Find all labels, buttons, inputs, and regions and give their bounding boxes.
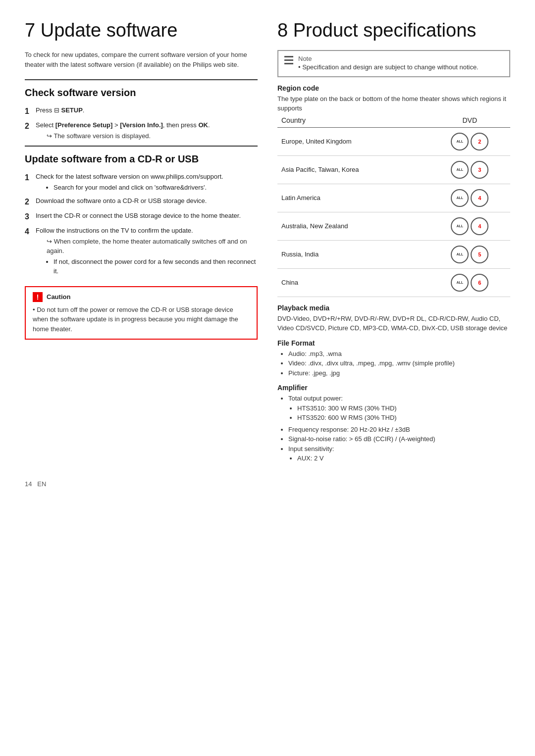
file-format-list: Audio: .mp3, .wmaVideo: .divx, .divx ult…: [277, 349, 510, 378]
note-label: Note: [298, 55, 312, 62]
check-version-steps: 1 Press ⊟ SETUP. 2 Select [Preference Se…: [25, 105, 258, 141]
list-item: Picture: .jpeg, .jpg: [288, 368, 510, 378]
table-row: Australia, New ZealandALL4: [277, 212, 510, 240]
playback-media-label: Playback media: [277, 304, 510, 312]
list-item: Audio: .mp3, .wma: [288, 349, 510, 359]
dvd-cell: ALL2: [429, 127, 510, 155]
intro-text: To check for new updates, compare the cu…: [25, 50, 258, 69]
dvd-badge-all: ALL: [451, 133, 469, 151]
note-icon: [284, 56, 293, 65]
list-item: AUX: 2 V: [297, 454, 510, 463]
country-cell: Russia, India: [277, 240, 429, 268]
list-item: HTS3510: 300 W RMS (30% THD): [297, 403, 510, 413]
country-cell: Australia, New Zealand: [277, 212, 429, 240]
country-cell: Asia Pacific, Taiwan, Korea: [277, 155, 429, 184]
list-item: HTS3520: 600 W RMS (30% THD): [297, 413, 510, 423]
table-row: Latin AmericaALL4: [277, 184, 510, 212]
playback-media-section: Playback media DVD-Video, DVD+R/+RW, DVD…: [277, 304, 510, 333]
file-format-section: File Format Audio: .mp3, .wmaVideo: .div…: [277, 339, 510, 378]
caution-label: Caution: [47, 293, 70, 301]
table-row: ChinaALL6: [277, 268, 510, 297]
check-step-1: 1 Press ⊟ SETUP.: [25, 105, 258, 117]
country-cell: Europe, United Kingdom: [277, 127, 429, 155]
check-version-title: Check software version: [25, 87, 258, 99]
left-column: 7 Update software To check for new updat…: [25, 20, 258, 465]
right-column: 8 Product specifications Note • Specific…: [277, 20, 510, 465]
table-row: Asia Pacific, Taiwan, KoreaALL3: [277, 155, 510, 184]
dvd-badge-num: 6: [471, 274, 488, 292]
update-step-4: 4 Follow the instructions on the TV to c…: [25, 226, 258, 277]
caution-text: • Do not turn off the power or remove th…: [33, 305, 250, 334]
amplifier-list: Total output power:HTS3510: 300 W RMS (3…: [277, 394, 510, 463]
list-item: Frequency response: 20 Hz-20 kHz / ±3dB: [288, 425, 510, 435]
dvd-badge-num: 2: [471, 133, 488, 151]
dvd-badge-all: ALL: [451, 246, 469, 263]
dvd-badge-all: ALL: [451, 189, 469, 207]
dvd-badge-num: 4: [471, 189, 488, 207]
step1-bullet: Search for your model and click on 'soft…: [54, 183, 258, 193]
dvd-cell: ALL6: [429, 268, 510, 297]
caution-box: ! Caution • Do not turn off the power or…: [25, 286, 258, 340]
step4-bullet: If not, disconnect the power cord for a …: [54, 257, 258, 276]
amplifier-section: Amplifier Total output power:HTS3510: 30…: [277, 384, 510, 463]
dvd-cell: ALL4: [429, 184, 510, 212]
table-row: Russia, IndiaALL5: [277, 240, 510, 268]
note-box: Note • Specification and design are subj…: [277, 50, 510, 77]
country-cell: China: [277, 268, 429, 297]
region-code-label: Region code: [277, 84, 510, 92]
dvd-badge-all: ALL: [451, 161, 469, 179]
check-step-2: 2 Select [Preference Setup] > [Version I…: [25, 120, 258, 141]
update-step-1: 1 Check for the latest software version …: [25, 172, 258, 193]
update-cd-title: Update software from a CD-R or USB: [25, 153, 258, 165]
update-step-2: 2 Download the software onto a CD-R or U…: [25, 196, 258, 208]
region-table: Country DVD Europe, United KingdomALL2As…: [277, 113, 510, 297]
page-number: 14: [25, 480, 32, 488]
col-country: Country: [277, 113, 429, 128]
file-format-label: File Format: [277, 339, 510, 347]
update-step-3: 3 Insert the CD-R or connect the USB sto…: [25, 211, 258, 223]
note-text: • Specification and design are subject t…: [298, 62, 479, 72]
amplifier-label: Amplifier: [277, 384, 510, 392]
list-item: Video: .divx, .divx ultra, .mpeg, .mpg, …: [288, 358, 510, 368]
dvd-badge-num: 4: [471, 217, 488, 235]
region-code-text: The type plate on the back or bottom of …: [277, 94, 510, 113]
page-lang: EN: [37, 480, 46, 488]
caution-icon: !: [33, 292, 43, 302]
section8-title: 8 Product specifications: [277, 20, 510, 41]
list-item: Signal-to-noise ratio: > 65 dB (CCIR) / …: [288, 434, 510, 444]
dvd-cell: ALL4: [429, 212, 510, 240]
col-dvd: DVD: [429, 113, 510, 128]
step2-arrow: The software version is displayed.: [36, 131, 258, 141]
dvd-badge-all: ALL: [451, 217, 469, 235]
dvd-badge-num: 3: [471, 161, 488, 179]
list-item: Total output power:HTS3510: 300 W RMS (3…: [288, 394, 510, 423]
country-cell: Latin America: [277, 184, 429, 212]
dvd-cell: ALL5: [429, 240, 510, 268]
table-row: Europe, United KingdomALL2: [277, 127, 510, 155]
step4-arrow: When complete, the home theater automati…: [36, 237, 258, 256]
caution-header: ! Caution: [33, 292, 250, 302]
page-footer: 14 EN: [25, 480, 510, 488]
dvd-cell: ALL3: [429, 155, 510, 184]
update-steps: 1 Check for the latest software version …: [25, 172, 258, 277]
list-item: Input sensitivity:AUX: 2 V: [288, 444, 510, 463]
section7-title: 7 Update software: [25, 20, 258, 41]
dvd-badge-all: ALL: [451, 274, 469, 292]
dvd-badge-num: 5: [471, 246, 488, 263]
region-code-section: Region code The type plate on the back o…: [277, 84, 510, 297]
playback-media-text: DVD-Video, DVD+R/+RW, DVD-R/-RW, DVD+R D…: [277, 314, 510, 333]
